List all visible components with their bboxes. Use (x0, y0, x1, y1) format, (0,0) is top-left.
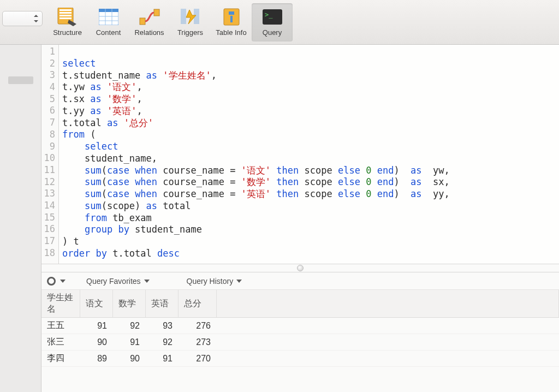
relations-icon (138, 7, 161, 27)
table-row[interactable]: 张三909192273 (41, 334, 559, 351)
svg-rect-4 (60, 17, 72, 19)
favorites-label: Query Favorites (86, 277, 141, 286)
gear-icon (47, 277, 56, 286)
svg-rect-11 (140, 18, 145, 25)
top-toolbar: Structure Content Relations (0, 0, 559, 45)
col-header (216, 290, 559, 318)
col-header[interactable]: 英语 (145, 290, 178, 318)
svg-rect-12 (154, 9, 159, 16)
tab-label: Query (263, 28, 282, 37)
tableinfo-icon (220, 7, 243, 27)
tab-tableinfo[interactable]: Table Info (211, 3, 252, 41)
tab-label: Content (96, 28, 121, 37)
svg-rect-17 (229, 11, 234, 15)
splitter-knob-icon (297, 265, 304, 271)
sidebar-item[interactable] (8, 76, 33, 84)
results-table[interactable]: 学生姓名 语文 数学 英语 总分 王五919293276张三909192273李… (41, 290, 559, 367)
tab-triggers[interactable]: Triggers (170, 3, 211, 41)
sql-editor[interactable]: 123456789101112131415161718 select t.stu… (41, 45, 559, 264)
chevron-down-icon (236, 280, 242, 283)
code-text[interactable]: select t.student_name as '学生姓名', t.yw as… (59, 45, 559, 264)
query-icon: >_ (261, 7, 284, 27)
schema-dropdown[interactable] (2, 11, 43, 26)
table-row[interactable]: 李四899091270 (41, 351, 559, 367)
tab-label: Relations (134, 28, 164, 37)
col-header[interactable]: 数学 (112, 290, 145, 318)
results-pane: Query Favorites Query History 学生姓名 语文 数学 (41, 272, 559, 392)
tab-label: Table Info (216, 28, 246, 37)
tab-label: Triggers (177, 28, 203, 37)
svg-rect-13 (181, 9, 186, 24)
svg-rect-1 (60, 9, 72, 11)
results-toolbar: Query Favorites Query History (41, 272, 559, 290)
settings-button[interactable] (47, 277, 66, 286)
query-history-dropdown[interactable]: Query History (187, 277, 242, 286)
left-sidebar (0, 45, 41, 392)
pane-splitter[interactable] (41, 264, 559, 272)
main-area: 123456789101112131415161718 select t.stu… (0, 45, 559, 392)
tab-relations[interactable]: Relations (129, 3, 170, 41)
triggers-icon (179, 7, 202, 27)
table-row[interactable]: 王五919293276 (41, 318, 559, 334)
svg-rect-2 (60, 12, 72, 14)
line-gutter: 123456789101112131415161718 (41, 45, 59, 264)
tab-content[interactable]: Content (88, 3, 129, 41)
updown-icon (33, 15, 39, 22)
table-header-row: 学生姓名 语文 数学 英语 总分 (41, 290, 559, 318)
structure-icon (56, 7, 79, 27)
svg-rect-18 (230, 16, 233, 22)
col-header[interactable]: 学生姓名 (41, 290, 80, 318)
svg-rect-6 (99, 9, 118, 12)
col-header[interactable]: 总分 (178, 290, 216, 318)
col-header[interactable]: 语文 (80, 290, 112, 318)
tab-query[interactable]: >_ Query (252, 3, 293, 41)
tab-label: Structure (53, 28, 82, 37)
svg-rect-3 (60, 15, 72, 16)
query-favorites-dropdown[interactable]: Query Favorites (86, 277, 150, 286)
chevron-down-icon (144, 280, 150, 283)
tab-structure[interactable]: Structure (47, 3, 88, 41)
content-icon (97, 7, 120, 27)
chevron-down-icon (60, 280, 66, 283)
svg-text:>_: >_ (265, 11, 273, 19)
history-label: Query History (187, 277, 234, 286)
